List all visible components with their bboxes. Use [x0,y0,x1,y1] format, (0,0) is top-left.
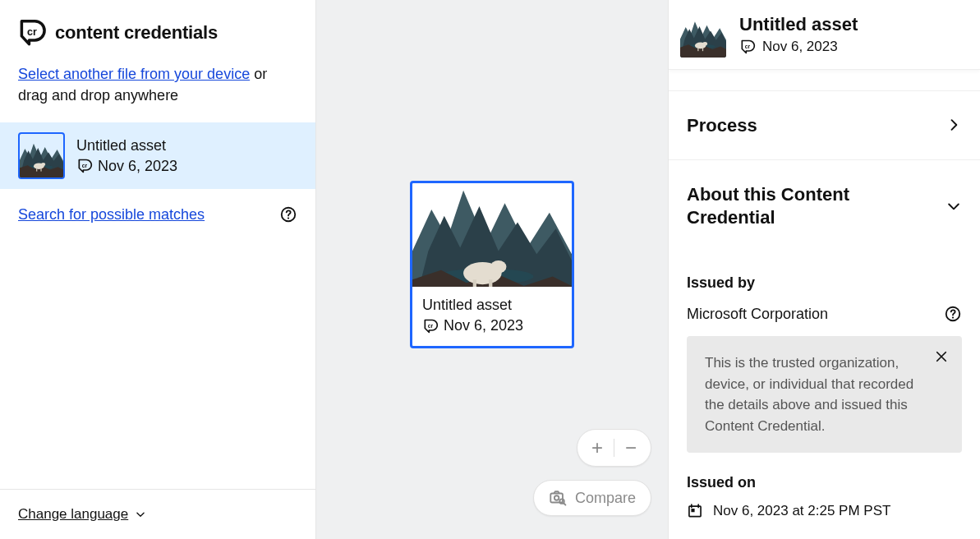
image-strip [680,70,968,80]
issued-on-label: Issued on [687,469,962,491]
change-language-label: Change language [18,506,128,523]
asset-info: Untitled asset Nov 6, 2023 [76,137,177,175]
search-matches-link[interactable]: Search for possible matches [18,206,205,223]
issuer-row: Microsoft Corporation [669,292,980,336]
zoom-divider [614,439,614,457]
search-matches-row: Search for possible matches [0,189,315,240]
process-accordion[interactable]: Process [669,90,980,161]
cr-badge-icon [739,39,756,55]
brand: cr content credentials [0,0,315,55]
asset-card[interactable]: Untitled asset Nov 6, 2023 [410,181,574,348]
zoom-out-button[interactable]: − [619,436,642,459]
process-label: Process [687,114,757,137]
left-footer: Change language [0,489,315,539]
details-date: Nov 6, 2023 [762,39,838,55]
brand-name: content credentials [55,22,218,44]
zoom-controls: + − [577,429,651,467]
details-thumbnail [680,12,726,58]
left-sidebar: cr content credentials Select another fi… [0,0,316,539]
issuer-info-text: This is the trusted organization, device… [705,355,913,434]
about-label: About this Content Credential [687,183,900,228]
issuer-info-box: This is the trusted organization, device… [687,336,962,453]
canvas[interactable]: Untitled asset Nov 6, 2023 + − Compare [316,0,668,539]
asset-thumbnail [18,132,65,179]
cr-badge-icon [422,318,439,334]
close-icon[interactable] [934,349,949,364]
asset-card-date: Nov 6, 2023 [444,317,523,334]
sidebar-asset-row[interactable]: Untitled asset Nov 6, 2023 [0,122,315,189]
calendar-icon [687,503,703,519]
asset-date: Nov 6, 2023 [98,158,177,175]
brand-logo-icon: cr [18,18,47,47]
issued-on-value: Nov 6, 2023 at 2:25 PM PST [713,503,890,519]
chevron-down-icon [135,509,146,520]
upload-instructions: Select another file from your device or … [0,55,315,122]
compare-label: Compare [575,490,636,507]
chevron-down-icon [945,198,962,214]
zoom-in-button[interactable]: + [586,436,609,459]
svg-text:cr: cr [27,26,37,38]
details-header: Untitled asset Nov 6, 2023 [669,0,980,70]
issued-by-label: Issued by [687,263,962,292]
asset-card-title: Untitled asset [422,297,562,314]
details-title: Untitled asset [739,14,858,35]
asset-card-body: Untitled asset Nov 6, 2023 [412,287,572,346]
about-accordion[interactable]: About this Content Credential [669,160,980,251]
details-panel: Untitled asset Nov 6, 2023 Process About… [668,0,980,539]
cr-badge-icon [76,158,93,174]
select-file-link[interactable]: Select another file from your device [18,66,250,82]
compare-button[interactable]: Compare [533,480,651,516]
help-icon[interactable] [944,305,962,323]
issuer-name: Microsoft Corporation [687,306,828,323]
issued-on-section: Issued on Nov 6, 2023 at 2:25 PM PST [669,469,980,539]
asset-card-date-row: Nov 6, 2023 [422,317,562,334]
change-language-button[interactable]: Change language [18,506,146,523]
asset-title: Untitled asset [76,137,177,154]
compare-icon [549,489,567,507]
asset-card-image [412,183,572,287]
chevron-right-icon [945,117,962,133]
asset-date-row: Nov 6, 2023 [76,158,177,175]
help-icon[interactable] [279,205,297,223]
